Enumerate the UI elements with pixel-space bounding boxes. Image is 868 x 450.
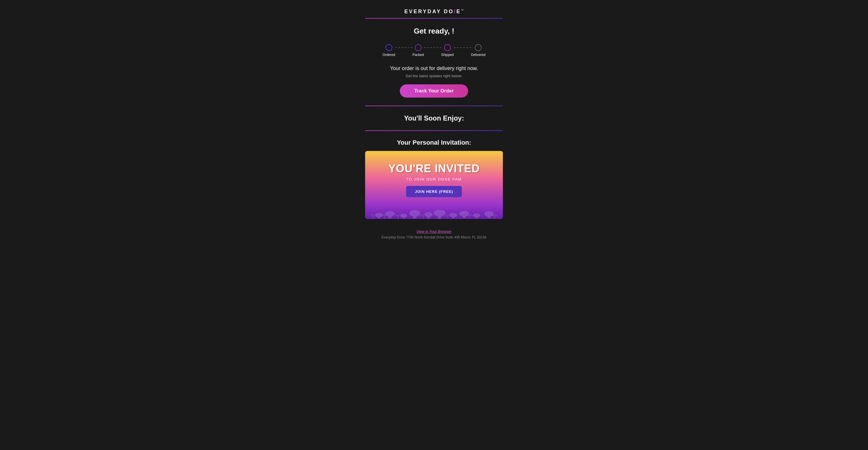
view-in-browser-link[interactable]: View in Your Browser [416, 229, 452, 234]
middle-divider-2 [365, 130, 503, 131]
invited-title: YOU'RE INVITED [389, 162, 480, 175]
svg-rect-15 [463, 214, 466, 218]
step-label-shipped: Shipped [441, 53, 454, 57]
step-circle-shipped [444, 44, 451, 51]
svg-rect-17 [476, 215, 478, 218]
svg-rect-19 [488, 214, 491, 218]
middle-divider-1 [365, 106, 503, 106]
page-title: Get ready, ! [414, 27, 454, 36]
step-circle-delivered [475, 44, 482, 51]
step-label-ordered: Ordered [383, 53, 395, 57]
top-divider [365, 18, 503, 19]
svg-rect-1 [378, 215, 380, 218]
brand-logo: EVERYDAY DO/E™ [404, 9, 464, 14]
trademark: ™ [461, 9, 464, 12]
invitation-banner: YOU'RE INVITED TO JOIN OUR DOSE FAM JOIN… [365, 151, 503, 219]
enjoy-heading: You'll Soon Enjoy: [365, 114, 503, 122]
svg-rect-13 [452, 215, 454, 218]
invitation-heading: Your Personal Invitation: [365, 139, 503, 147]
order-status-main: Your order is out for delivery right now… [390, 65, 478, 71]
connector-3 [454, 47, 471, 48]
svg-rect-3 [389, 214, 392, 218]
svg-rect-9 [427, 214, 430, 218]
join-here-button[interactable]: JOIN HERE (FREE) [406, 186, 462, 197]
connector-2 [424, 47, 441, 48]
order-status-sub: Get the latest updates right below: [406, 74, 462, 78]
svg-rect-7 [413, 214, 416, 218]
mushroom-svg [368, 203, 500, 219]
track-order-button[interactable]: Track Your Order [400, 84, 468, 98]
brand-name: EVERYDAY DO/E [404, 9, 461, 14]
order-progress-tracker: Ordered Packed Shipped Delivered [365, 44, 503, 57]
step-label-delivered: Delivered [471, 53, 486, 57]
invitation-section: Your Personal Invitation: YOU'RE INVITED… [365, 139, 503, 225]
step-shipped: Shipped [441, 44, 454, 57]
step-circle-packed [415, 44, 422, 51]
footer-address: Everyday Dose 7700 North Kendall Drive S… [381, 235, 486, 239]
dose-fam-text: TO JOIN OUR DOSE FAM [406, 177, 462, 181]
svg-rect-11 [438, 213, 441, 219]
enjoy-section: You'll Soon Enjoy: [365, 114, 503, 122]
mushroom-decoration [365, 203, 503, 219]
step-packed: Packed [412, 44, 424, 57]
email-container: EVERYDAY DO/E™ Get ready, ! Ordered Pack… [365, 9, 503, 239]
connector-1 [395, 47, 412, 48]
step-ordered: Ordered [383, 44, 395, 57]
step-label-packed: Packed [412, 53, 424, 57]
svg-rect-5 [403, 216, 405, 218]
step-circle-ordered [385, 44, 392, 51]
step-delivered: Delivered [471, 44, 486, 57]
